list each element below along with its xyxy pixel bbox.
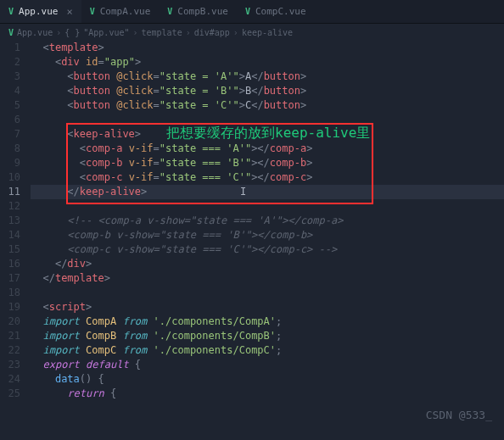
breadcrumb-item[interactable]: "App.vue" xyxy=(83,28,129,37)
tab-compc-vue[interactable]: V CompC.vue xyxy=(237,0,315,23)
code-line: data() { xyxy=(31,372,504,387)
code-line: <script> xyxy=(31,300,504,315)
annotation-text: 把想要缓存的放到keep-alive里 xyxy=(166,125,370,142)
code-line: <!-- <comp-a v-show="state === 'A'"></co… xyxy=(31,214,504,228)
code-line: <div id="app"> xyxy=(31,55,504,70)
chevron-right-icon: › xyxy=(56,28,61,37)
breadcrumb-item[interactable]: { } xyxy=(64,28,80,37)
code-line: <comp-c v-show="state === 'C'"></comp-c>… xyxy=(31,242,504,257)
code-line xyxy=(31,286,504,300)
tab-label: CompC.vue xyxy=(255,6,306,17)
breadcrumb-item[interactable]: App.vue xyxy=(17,28,53,37)
code-line: </div> xyxy=(31,257,504,271)
code-line: import CompB from './components/CompB'; xyxy=(31,329,504,343)
chevron-right-icon: › xyxy=(233,28,238,37)
code-line: <comp-c v-if="state === 'C'"></comp-c> xyxy=(31,170,504,185)
code-line: export default { xyxy=(31,358,504,372)
breadcrumb-item[interactable]: template xyxy=(142,28,182,37)
breadcrumb-item[interactable]: div#app xyxy=(194,28,230,37)
code-line: <button @click="state = 'A'">A</button> xyxy=(31,70,504,84)
code-line: <comp-b v-show="state === 'B'"></comp-b> xyxy=(31,228,504,242)
code-line: import CompC from './components/CompC'; xyxy=(31,343,504,358)
code-line: </template> xyxy=(31,271,504,286)
watermark: CSDN @533_ xyxy=(426,409,492,421)
vue-icon: V xyxy=(90,7,95,16)
vue-icon: V xyxy=(167,7,172,16)
code-area[interactable]: <template> <div id="app"> <button @click… xyxy=(31,41,504,401)
code-line: import CompA from './components/CompA'; xyxy=(31,315,504,329)
code-line: <button @click="state = 'C'">C</button> xyxy=(31,98,504,113)
breadcrumb: V App.vue › { } "App.vue" › template › d… xyxy=(0,24,504,41)
close-icon[interactable]: × xyxy=(66,6,72,18)
vue-icon: V xyxy=(245,7,250,16)
tab-label: CompA.vue xyxy=(100,6,151,17)
vue-icon: V xyxy=(8,7,14,16)
code-line xyxy=(31,199,504,214)
code-line: return { xyxy=(31,387,504,401)
code-line: </keep-alive> xyxy=(31,185,504,199)
chevron-right-icon: › xyxy=(132,28,137,37)
line-gutter: 12345 678910 1112131415 1617181920 21222… xyxy=(0,41,31,401)
chevron-right-icon: › xyxy=(186,28,191,37)
code-line: <template> xyxy=(31,41,504,55)
tab-label: App.vue xyxy=(19,6,58,17)
tab-app-vue[interactable]: V App.vue × xyxy=(0,0,81,23)
tab-label: CompB.vue xyxy=(177,6,228,17)
code-editor[interactable]: 12345 678910 1112131415 1617181920 21222… xyxy=(0,41,504,401)
vue-icon: V xyxy=(8,28,14,37)
code-line: <comp-a v-if="state === 'A'"></comp-a> xyxy=(31,142,504,156)
editor-tabs: V App.vue × V CompA.vue V CompB.vue V Co… xyxy=(0,0,504,24)
breadcrumb-item[interactable]: keep-alive xyxy=(242,28,293,37)
code-line: <button @click="state = 'B'">B</button> xyxy=(31,84,504,98)
tab-compa-vue[interactable]: V CompA.vue xyxy=(81,0,160,23)
tab-compb-vue[interactable]: V CompB.vue xyxy=(159,0,237,23)
code-line: <comp-b v-if="state === 'B'"></comp-b> xyxy=(31,156,504,170)
